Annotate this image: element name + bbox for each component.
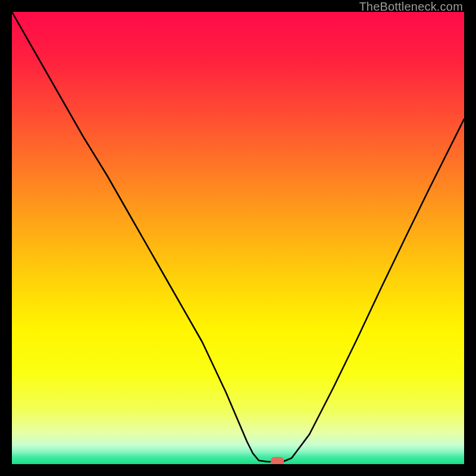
bottleneck-curve (12, 12, 464, 462)
optimum-marker (271, 457, 284, 464)
watermark-text: TheBottleneck.com (359, 0, 463, 14)
curve-layer (12, 12, 464, 464)
chart-frame: TheBottleneck.com (0, 0, 476, 476)
plot-area (12, 12, 464, 464)
